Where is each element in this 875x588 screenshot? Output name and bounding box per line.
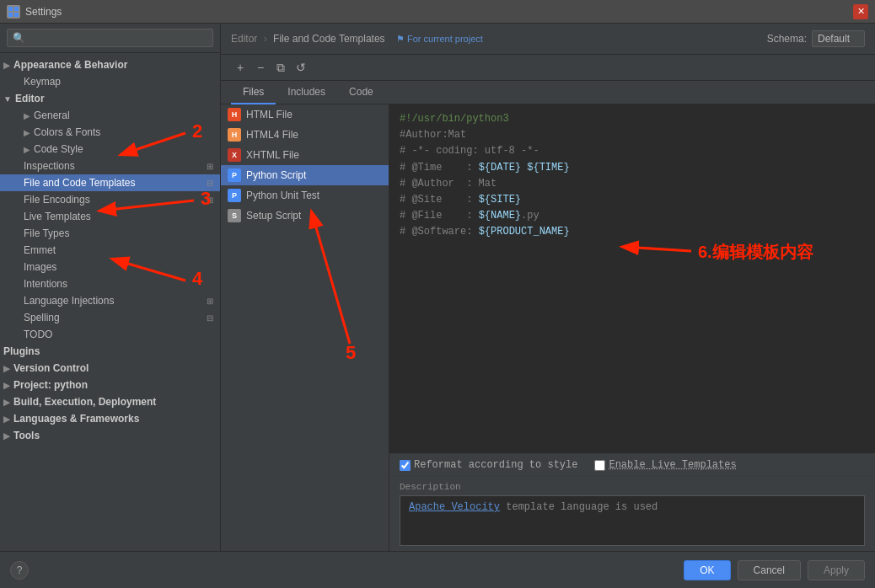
sidebar-item-general[interactable]: ▶ General — [0, 107, 220, 124]
tab-files[interactable]: Files — [231, 81, 276, 104]
sidebar-item-file-code-templates[interactable]: File and Code Templates ⊟ — [0, 174, 220, 191]
file-item-python-script[interactable]: P Python Script — [221, 165, 389, 185]
file-item-setup-script[interactable]: S Setup Script — [221, 206, 389, 226]
expand-icon: ▶ — [24, 111, 30, 120]
file-item-html4[interactable]: H HTML4 File — [221, 125, 389, 145]
app-icon — [7, 5, 20, 19]
sidebar-item-keymap[interactable]: Keymap — [0, 73, 220, 90]
add-template-button[interactable]: + — [231, 58, 250, 77]
badge: ⊞ — [207, 162, 213, 171]
editor-area: #!/usr/bin/python3 #Author:Mat # -*- cod… — [389, 104, 875, 551]
sidebar-item-emmet[interactable]: Emmet — [0, 242, 220, 259]
sidebar: ▶ Appearance & Behavior Keymap ▼ Editor … — [0, 24, 221, 551]
code-line-4: # @Time : ${DATE} ${TIME} — [400, 160, 865, 176]
window-title: Settings — [25, 6, 853, 18]
tab-code[interactable]: Code — [337, 81, 385, 104]
sidebar-item-images[interactable]: Images — [0, 259, 220, 275]
apache-velocity-link[interactable]: Apache Velocity — [409, 501, 500, 513]
remove-template-button[interactable]: − — [251, 58, 270, 77]
description-box: Apache Velocity template language is use… — [400, 495, 865, 546]
sidebar-item-live-templates[interactable]: Live Templates — [0, 208, 220, 225]
breadcrumb-current: File and Code Templates — [273, 33, 385, 45]
help-button[interactable]: ? — [10, 561, 29, 580]
sidebar-item-version-control[interactable]: ▶ Version Control — [0, 360, 220, 377]
title-bar: Settings ✕ — [0, 0, 875, 24]
python-file-icon: P — [228, 168, 241, 182]
live-templates-checkbox[interactable] — [594, 460, 605, 471]
sidebar-item-label: Images — [24, 261, 56, 273]
cancel-button[interactable]: Cancel — [738, 560, 801, 580]
live-templates-label: Enable Live Templates — [609, 459, 736, 471]
code-line-3: # -*- coding: utf-8 -*- — [400, 143, 865, 159]
live-templates-option: Enable Live Templates — [594, 459, 736, 471]
expand-icon: ▶ — [3, 398, 10, 407]
sidebar-item-code-style[interactable]: ▶ Code Style — [0, 141, 220, 158]
sidebar-item-label: Plugins — [3, 345, 40, 357]
code-line-1: #!/usr/bin/python3 — [400, 111, 865, 127]
sidebar-item-file-encodings[interactable]: File Encodings ⊞ — [0, 191, 220, 208]
close-button[interactable]: ✕ — [853, 4, 868, 19]
search-input[interactable] — [7, 29, 213, 47]
sidebar-item-label: Build, Execution, Deployment — [13, 396, 156, 408]
sidebar-item-label: File and Code Templates — [24, 177, 136, 189]
file-list: H HTML File H HTML4 File X XHTML File P … — [221, 104, 389, 551]
sidebar-item-label: Tools — [13, 430, 40, 441]
sidebar-item-label: Intentions — [24, 278, 67, 290]
sidebar-item-spelling[interactable]: Spelling ⊟ — [0, 309, 220, 326]
sidebar-item-label: General — [34, 110, 70, 121]
reformat-checkbox[interactable] — [400, 460, 411, 471]
sidebar-item-label: Editor — [15, 93, 45, 104]
file-item-label: HTML File — [246, 109, 293, 120]
sidebar-item-label: Version Control — [13, 362, 89, 374]
sidebar-items-list: ▶ Appearance & Behavior Keymap ▼ Editor … — [0, 53, 220, 551]
breadcrumb: Editor › File and Code Templates ⚑ For c… — [231, 33, 767, 45]
sidebar-item-label: Languages & Frameworks — [13, 413, 139, 425]
expand-icon: ▶ — [3, 381, 10, 390]
sidebar-item-build-execution[interactable]: ▶ Build, Execution, Deployment — [0, 393, 220, 410]
project-link[interactable]: ⚑ For current project — [396, 34, 483, 44]
pytest-file-icon: P — [228, 189, 241, 202]
ok-button[interactable]: OK — [684, 560, 730, 580]
sidebar-item-project-python[interactable]: ▶ Project: python — [0, 377, 220, 393]
sidebar-item-label: Colors & Fonts — [34, 126, 100, 138]
file-item-xhtml[interactable]: X XHTML File — [221, 145, 389, 165]
sidebar-item-intentions[interactable]: Intentions — [0, 275, 220, 292]
code-line-6: # @Site : ${SITE} — [400, 192, 865, 208]
sidebar-item-label: Project: python — [13, 379, 88, 391]
expand-icon: ▶ — [24, 145, 30, 154]
file-item-label: Python Unit Test — [246, 190, 319, 201]
schema-select[interactable]: Default — [812, 30, 865, 47]
apply-button[interactable]: Apply — [808, 560, 865, 580]
sidebar-item-todo[interactable]: TODO — [0, 326, 220, 343]
file-item-html[interactable]: H HTML File — [221, 104, 389, 125]
reformat-option: Reformat according to style — [400, 459, 577, 471]
code-editor[interactable]: #!/usr/bin/python3 #Author:Mat # -*- cod… — [389, 104, 875, 453]
expand-icon: ▶ — [3, 61, 10, 70]
html4-file-icon: H — [228, 128, 241, 142]
bottom-bar: ? OK Cancel Apply — [0, 551, 875, 588]
content-area: Editor › File and Code Templates ⚑ For c… — [221, 24, 875, 551]
badge: ⊞ — [207, 195, 213, 205]
sidebar-item-plugins[interactable]: Plugins — [0, 343, 220, 360]
file-item-label: Python Script — [246, 169, 306, 181]
tab-includes[interactable]: Includes — [276, 81, 337, 104]
sidebar-item-colors-fonts[interactable]: ▶ Colors & Fonts — [0, 124, 220, 141]
code-line-7: # @File : ${NAME}.py — [400, 208, 865, 224]
sidebar-item-inspections[interactable]: Inspections ⊞ — [0, 158, 220, 174]
sidebar-item-editor[interactable]: ▼ Editor — [0, 90, 220, 107]
sidebar-item-language-injections[interactable]: Language Injections ⊞ — [0, 292, 220, 309]
sidebar-item-file-types[interactable]: File Types — [0, 225, 220, 242]
sidebar-item-appearance[interactable]: ▶ Appearance & Behavior — [0, 56, 220, 73]
reset-template-button[interactable]: ↺ — [292, 58, 310, 77]
main-layout: ▶ Appearance & Behavior Keymap ▼ Editor … — [0, 24, 875, 551]
sidebar-item-tools[interactable]: ▶ Tools — [0, 427, 220, 444]
file-item-label: Setup Script — [246, 210, 301, 222]
file-item-python-unit-test[interactable]: P Python Unit Test — [221, 185, 389, 206]
file-item-label: XHTML File — [246, 149, 299, 161]
expand-icon: ▶ — [3, 414, 10, 424]
expand-icon: ▶ — [3, 431, 10, 441]
copy-template-button[interactable]: ⧉ — [271, 58, 290, 77]
sidebar-search-area — [0, 24, 220, 53]
sidebar-item-languages-frameworks[interactable]: ▶ Languages & Frameworks — [0, 410, 220, 427]
sidebar-item-label: TODO — [24, 329, 52, 340]
